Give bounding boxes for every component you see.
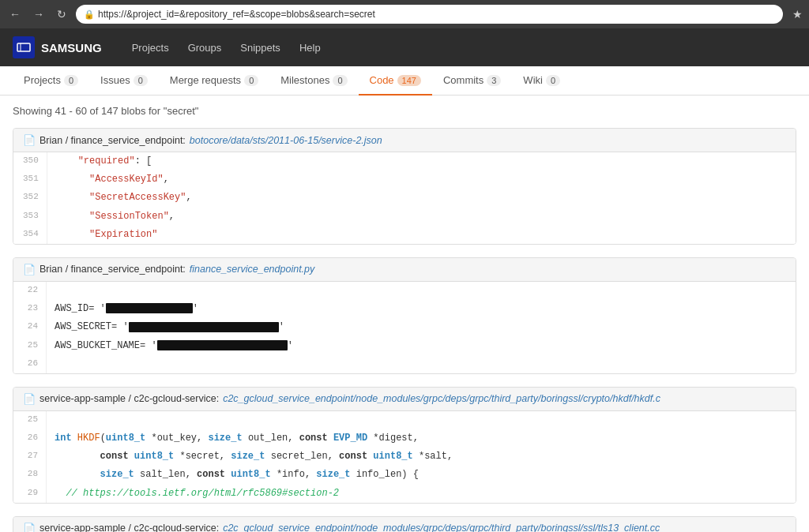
tab-commits-label: Commits	[443, 74, 484, 86]
lock-icon: 🔒	[84, 9, 95, 20]
code-line: 23 AWS_ID= ' '	[13, 300, 796, 318]
line-num: 25	[13, 337, 47, 355]
line-num: 22	[13, 282, 47, 300]
file-link-3[interactable]: c2c_gcloud_service_endpoint/node_modules…	[223, 393, 660, 404]
tab-merge-requests-count: 0	[244, 75, 258, 86]
tab-projects-count: 0	[64, 75, 78, 86]
code-line: 351 "AccessKeyId",	[13, 170, 796, 189]
line-num: 26	[13, 429, 47, 448]
code-block-3: 25 26 int HKDF(uint8_t *out_key, size_t …	[13, 411, 796, 503]
code-line: 29 // https://tools.ietf.org/html/rfc586…	[13, 485, 796, 503]
nav-groups[interactable]: Groups	[180, 37, 230, 58]
code-line: 27 const uint8_t *secret, size_t secret_…	[13, 448, 796, 466]
line-num: 25	[13, 411, 47, 429]
code-line: 354 "Expiration"	[13, 226, 796, 244]
line-content: "SecretAccessKey",	[47, 189, 796, 207]
line-num: 26	[13, 355, 47, 373]
line-content: AWS_SECRET= ' '	[47, 318, 796, 336]
tab-wiki[interactable]: Wiki 0	[512, 66, 571, 96]
line-num: 351	[13, 170, 47, 189]
main-area: Showing 41 - 60 of 147 blobs for "secret…	[0, 96, 809, 532]
line-content: AWS_BUCKET_NAME= ' '	[47, 337, 796, 355]
result-header-1: 📄 Brian / finance_service_endpoint: boto…	[13, 129, 796, 152]
line-content: "Expiration"	[47, 226, 796, 244]
repo-path-1: Brian / finance_service_endpoint:	[40, 135, 186, 146]
back-button[interactable]: ←	[6, 6, 24, 22]
nav-help[interactable]: Help	[292, 37, 329, 58]
code-line: 25	[13, 411, 796, 429]
tab-issues-count: 0	[134, 75, 148, 86]
tab-issues-label: Issues	[100, 74, 130, 86]
line-num: 352	[13, 189, 47, 207]
nav-projects[interactable]: Projects	[124, 37, 177, 58]
line-content: AWS_ID= ' '	[47, 300, 796, 318]
code-line: 25 AWS_BUCKET_NAME= ' '	[13, 337, 796, 355]
line-content: "AccessKeyId",	[47, 170, 796, 189]
line-num: 354	[13, 226, 47, 244]
line-num: 29	[13, 485, 47, 503]
line-content	[47, 411, 796, 429]
result-block-1: 📄 Brian / finance_service_endpoint: boto…	[13, 128, 796, 245]
file-icon-3: 📄	[23, 393, 36, 405]
tab-wiki-count: 0	[546, 75, 560, 86]
svg-rect-0	[17, 43, 30, 51]
forward-button[interactable]: →	[30, 6, 47, 22]
result-header-3: 📄 service-app-sample / c2c-gcloud-servic…	[13, 388, 796, 411]
repo-path-3: service-app-sample / c2c-gcloud-service:	[40, 393, 219, 404]
tab-merge-requests-label: Merge requests	[170, 74, 241, 86]
code-line: 26 int HKDF(uint8_t *out_key, size_t out…	[13, 429, 796, 448]
line-num: 350	[13, 152, 47, 170]
file-link-1[interactable]: botocore/data/sts/2011-06-15/service-2.j…	[190, 135, 382, 146]
repo-path-4: service-app-sample / c2c-gcloud-service:	[40, 523, 219, 532]
line-num: 28	[13, 466, 47, 484]
tab-code-count: 147	[397, 75, 421, 86]
code-line: 26	[13, 355, 796, 373]
logo-area: SAMSUNG	[13, 36, 102, 58]
line-content: int HKDF(uint8_t *out_key, size_t out_le…	[47, 429, 796, 448]
samsung-logo-icon	[13, 36, 35, 58]
repo-path-2: Brian / finance_service_endpoint:	[40, 264, 186, 275]
line-content: "SessionToken",	[47, 208, 796, 226]
browser-chrome: ← → ↻ 🔒 https://&project_id=&repository_…	[0, 0, 809, 28]
file-link-2[interactable]: finance_service_endpoint.py	[190, 264, 314, 275]
line-num: 24	[13, 318, 47, 336]
tab-projects[interactable]: Projects 0	[13, 66, 89, 96]
file-icon-2: 📄	[23, 264, 36, 275]
result-block-3: 📄 service-app-sample / c2c-gcloud-servic…	[13, 387, 796, 504]
showing-text: Showing 41 - 60 of 147 blobs for "secret…	[13, 105, 796, 117]
code-block-1: 350 "required": [ 351 "AccessKeyId", 352…	[13, 152, 796, 244]
tab-merge-requests[interactable]: Merge requests 0	[159, 66, 269, 96]
result-block-2: 📄 Brian / finance_service_endpoint: fina…	[13, 257, 796, 374]
line-content: const uint8_t *secret, size_t secret_len…	[47, 448, 796, 466]
code-line: 352 "SecretAccessKey",	[13, 189, 796, 207]
app-header: SAMSUNG Projects Groups Snippets Help	[0, 28, 809, 66]
refresh-button[interactable]: ↻	[54, 6, 70, 22]
url-bar[interactable]: 🔒 https://&project_id=&repository_ref=&s…	[76, 5, 783, 24]
tab-issues[interactable]: Issues 0	[89, 66, 159, 96]
tab-code-label: Code	[370, 74, 394, 86]
result-block-4: 📄 service-app-sample / c2c-gcloud-servic…	[13, 516, 796, 532]
bookmark-icon[interactable]: ★	[792, 8, 803, 21]
code-block-2: 22 23 AWS_ID= ' ' 24 AWS_SECRET= ' ' 25 …	[13, 282, 796, 373]
line-content: size_t salt_len, const uint8_t *info, si…	[47, 466, 796, 484]
file-link-4[interactable]: c2c_gcloud_service_endpoint/node_modules…	[223, 523, 660, 532]
line-content	[47, 355, 796, 373]
tab-projects-label: Projects	[24, 74, 61, 86]
file-icon-4: 📄	[23, 523, 36, 532]
line-content	[47, 282, 796, 300]
tab-nav: Projects 0 Issues 0 Merge requests 0 Mil…	[0, 66, 809, 96]
result-header-2: 📄 Brian / finance_service_endpoint: fina…	[13, 258, 796, 282]
tab-milestones[interactable]: Milestones 0	[269, 66, 358, 96]
nav-snippets[interactable]: Snippets	[232, 37, 288, 58]
line-num: 23	[13, 300, 47, 318]
line-content: "required": [	[47, 152, 796, 170]
line-content: // https://tools.ietf.org/html/rfc5869#s…	[47, 485, 796, 503]
logo-text: SAMSUNG	[41, 41, 102, 54]
main-nav: Projects Groups Snippets Help	[124, 37, 329, 58]
tab-code[interactable]: Code 147	[359, 66, 432, 96]
tab-commits[interactable]: Commits 3	[432, 66, 512, 96]
code-line: 24 AWS_SECRET= ' '	[13, 318, 796, 336]
url-text: https://&project_id=&repository_ref=&sco…	[98, 9, 375, 20]
tab-milestones-label: Milestones	[280, 74, 329, 86]
file-icon-1: 📄	[23, 134, 36, 146]
